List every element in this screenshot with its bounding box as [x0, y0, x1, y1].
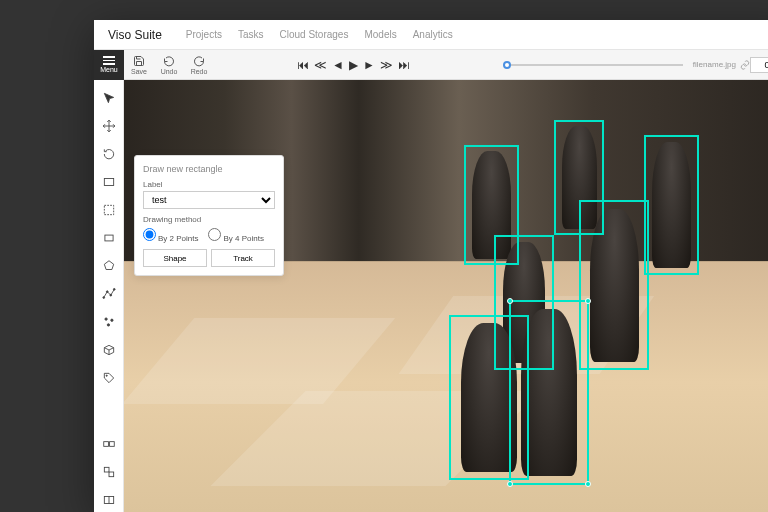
move-icon: [102, 119, 116, 133]
svg-point-7: [104, 318, 106, 320]
merge-icon: [102, 437, 116, 451]
svg-point-5: [109, 294, 111, 296]
by-4-points-option[interactable]: By 4 Points: [208, 228, 263, 243]
svg-point-4: [106, 291, 108, 293]
tool-sidebar: [94, 80, 124, 512]
undo-icon: [163, 55, 175, 67]
frame-player: ⏮ ≪ ◄ ▶ ► ≫ ⏭: [296, 58, 411, 72]
slider-handle[interactable]: [503, 61, 511, 69]
split-tool[interactable]: [97, 488, 121, 512]
last-frame-button[interactable]: ⏭: [397, 58, 411, 72]
region-icon: [102, 203, 116, 217]
fit-tool[interactable]: [97, 170, 121, 194]
merge-tool[interactable]: [97, 432, 121, 456]
top-nav: Viso Suite Projects Tasks Cloud Storages…: [94, 20, 768, 50]
fit-icon: [102, 175, 116, 189]
points-icon: [102, 315, 116, 329]
panel-title: Draw new rectangle: [143, 164, 275, 174]
rotate-tool[interactable]: [97, 142, 121, 166]
play-button[interactable]: ▶: [348, 58, 359, 72]
prev-frame-button[interactable]: ◄: [331, 58, 345, 72]
rectangle-icon: [102, 231, 116, 245]
label-field-label: Label: [143, 180, 275, 189]
person-figure: [652, 142, 691, 268]
person-figure: [461, 323, 517, 472]
brand-title: Viso Suite: [108, 28, 162, 42]
tag-tool[interactable]: [97, 366, 121, 390]
split-icon: [102, 493, 116, 507]
tag-icon: [102, 371, 116, 385]
group-tool[interactable]: [97, 460, 121, 484]
undo-button[interactable]: Undo: [154, 50, 184, 80]
shape-button[interactable]: Shape: [143, 249, 207, 267]
frame-number-input[interactable]: 0: [750, 57, 768, 73]
svg-rect-12: [109, 442, 114, 447]
svg-point-3: [102, 297, 104, 299]
svg-rect-2: [104, 235, 112, 241]
move-tool[interactable]: [97, 114, 121, 138]
save-icon: [133, 55, 145, 67]
save-button[interactable]: Save: [124, 50, 154, 80]
menu-button[interactable]: Menu: [94, 50, 124, 80]
svg-rect-14: [109, 472, 114, 477]
cursor-tool[interactable]: [97, 86, 121, 110]
rectangle-tool[interactable]: [97, 226, 121, 250]
svg-point-8: [110, 319, 112, 321]
redo-button[interactable]: Redo: [184, 50, 214, 80]
by-2-points-option[interactable]: By 2 Points: [143, 228, 198, 243]
polyline-tool[interactable]: [97, 282, 121, 306]
svg-rect-0: [104, 179, 113, 186]
person-figure: [521, 309, 577, 476]
annotation-canvas[interactable]: [124, 80, 768, 512]
cuboid-icon: [102, 343, 116, 357]
next-frame-button[interactable]: ►: [362, 58, 376, 72]
drawing-method-label: Drawing method: [143, 215, 275, 224]
frame-slider[interactable]: [503, 64, 683, 66]
radio-4-points[interactable]: [208, 228, 221, 241]
toolbar: Menu Save Undo Redo ⏮ ≪ ◄ ▶ ► ≫ ⏭ filena…: [94, 50, 768, 80]
points-tool[interactable]: [97, 310, 121, 334]
nav-cloud-storages[interactable]: Cloud Storages: [280, 29, 349, 40]
nav-projects[interactable]: Projects: [186, 29, 222, 40]
workspace: [94, 80, 768, 512]
link-icon[interactable]: [740, 60, 750, 70]
nav-tasks[interactable]: Tasks: [238, 29, 264, 40]
radio-2-points[interactable]: [143, 228, 156, 241]
filename-label: filename.jpg: [693, 60, 736, 69]
app-window: Viso Suite Projects Tasks Cloud Storages…: [94, 20, 768, 512]
step-forward-many-button[interactable]: ≫: [379, 58, 394, 72]
svg-rect-13: [104, 467, 109, 472]
person-figure: [590, 209, 639, 362]
group-icon: [102, 465, 116, 479]
step-back-many-button[interactable]: ≪: [313, 58, 328, 72]
svg-point-6: [113, 288, 115, 290]
polyline-icon: [102, 287, 116, 301]
svg-point-9: [107, 324, 109, 326]
rotate-icon: [102, 147, 116, 161]
nav-models[interactable]: Models: [364, 29, 396, 40]
nav-analytics[interactable]: Analytics: [413, 29, 453, 40]
svg-rect-11: [103, 442, 108, 447]
first-frame-button[interactable]: ⏮: [296, 58, 310, 72]
cuboid-tool[interactable]: [97, 338, 121, 362]
cursor-icon: [102, 91, 116, 105]
draw-rectangle-panel: Draw new rectangle Label test Drawing me…: [134, 155, 284, 276]
redo-icon: [193, 55, 205, 67]
polygon-tool[interactable]: [97, 254, 121, 278]
svg-point-10: [106, 375, 107, 376]
polygon-icon: [102, 259, 116, 273]
svg-rect-1: [104, 205, 113, 214]
track-button[interactable]: Track: [211, 249, 275, 267]
hamburger-icon: [103, 56, 115, 65]
label-select[interactable]: test: [143, 191, 275, 209]
region-tool[interactable]: [97, 198, 121, 222]
